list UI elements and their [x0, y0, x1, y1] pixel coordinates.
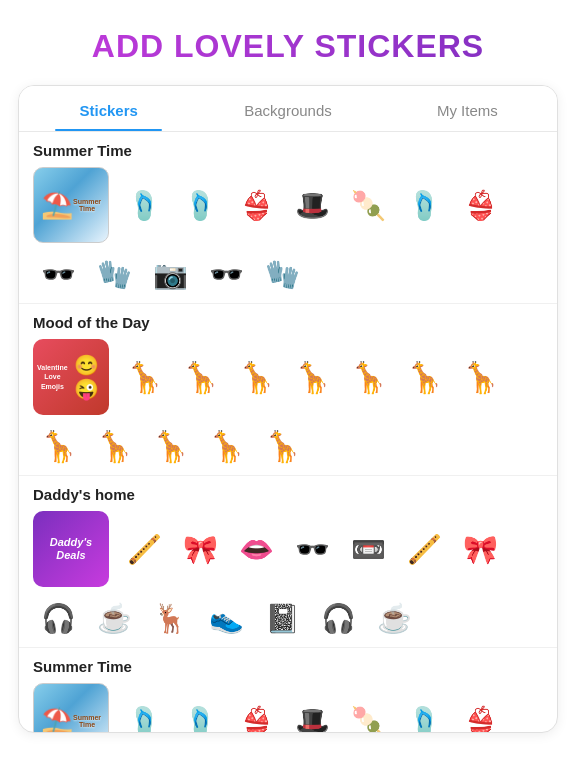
- sticker-item[interactable]: 👙: [455, 180, 505, 230]
- sticker-item[interactable]: 📓: [257, 593, 307, 643]
- sticker-item[interactable]: 🦒: [343, 352, 393, 402]
- sticker-item[interactable]: 👙: [231, 180, 281, 230]
- section-summer2: Summer Time ⛱️ SummerTime 🩴 🩴 👙 🎩 🍡 🩴 👙 …: [19, 648, 557, 732]
- sticker-item[interactable]: 🦌: [145, 593, 195, 643]
- sticker-item[interactable]: 🪈: [399, 524, 449, 574]
- sticker-content: Summer Time ⛱️ SummerTime 🩴 🩴 👙 🎩 🍡 🩴 👙 …: [19, 132, 557, 732]
- sticker-item[interactable]: 🎀: [175, 524, 225, 574]
- pack-thumb-summer1[interactable]: ⛱️ SummerTime: [33, 167, 109, 243]
- section-mood: Mood of the Day ValentineLove Emojis 😊😜 …: [19, 304, 557, 476]
- sticker-item[interactable]: 🍡: [343, 696, 393, 732]
- header: ADD LOVELY STICKERS: [0, 0, 576, 85]
- tab-myitems[interactable]: My Items: [378, 86, 557, 131]
- sticker-item[interactable]: 🦒: [119, 352, 169, 402]
- sticker-item[interactable]: 🧤: [89, 249, 139, 299]
- sticker-item[interactable]: 👄: [231, 524, 281, 574]
- sticker-item[interactable]: 🪈: [119, 524, 169, 574]
- sticker-row-mood: ValentineLove Emojis 😊😜 🦒 🦒 🦒 🦒 🦒 🦒 🦒 🦒 …: [33, 339, 543, 471]
- sticker-row-summer1: ⛱️ SummerTime 🩴 🩴 👙 🎩 🍡 🩴 👙 🕶️ 🧤 📷 🕶️ 🧤: [33, 167, 543, 299]
- sticker-item[interactable]: 🦒: [33, 421, 83, 471]
- pack-thumb-daddy[interactable]: Daddy'sDeals: [33, 511, 109, 587]
- sticker-item[interactable]: 🎧: [33, 593, 83, 643]
- sticker-item[interactable]: 🩴: [175, 696, 225, 732]
- section-title-summer1: Summer Time: [33, 142, 543, 159]
- section-daddy: Daddy's home Daddy'sDeals 🪈 🎀 👄 🕶️ 📼 🪈 🎀…: [19, 476, 557, 648]
- page-title: ADD LOVELY STICKERS: [0, 28, 576, 65]
- sticker-item[interactable]: 🦒: [399, 352, 449, 402]
- sticker-item[interactable]: 🦒: [287, 352, 337, 402]
- sticker-item[interactable]: 🍡: [343, 180, 393, 230]
- sticker-item[interactable]: 🩴: [175, 180, 225, 230]
- sticker-item[interactable]: 🩴: [399, 180, 449, 230]
- sticker-item[interactable]: 🕶️: [201, 249, 251, 299]
- sticker-item[interactable]: 🦒: [201, 421, 251, 471]
- sticker-item[interactable]: ☕: [89, 593, 139, 643]
- section-title-mood: Mood of the Day: [33, 314, 543, 331]
- sticker-item[interactable]: 🦒: [257, 421, 307, 471]
- sticker-row-summer2: ⛱️ SummerTime 🩴 🩴 👙 🎩 🍡 🩴 👙 🕶️ 🧤 🎩 🩴: [33, 683, 543, 732]
- sticker-item[interactable]: 🎩: [287, 180, 337, 230]
- sticker-item[interactable]: 🎀: [455, 524, 505, 574]
- sticker-item[interactable]: 📼: [343, 524, 393, 574]
- sticker-item[interactable]: 🦒: [145, 421, 195, 471]
- sticker-item[interactable]: 🩴: [399, 696, 449, 732]
- pack-thumb-summer2[interactable]: ⛱️ SummerTime: [33, 683, 109, 732]
- sticker-item[interactable]: 🦒: [231, 352, 281, 402]
- section-summer1: Summer Time ⛱️ SummerTime 🩴 🩴 👙 🎩 🍡 🩴 👙 …: [19, 132, 557, 304]
- sticker-item[interactable]: 🧤: [257, 249, 307, 299]
- sticker-item[interactable]: 👙: [231, 696, 281, 732]
- sticker-item[interactable]: 🩴: [119, 696, 169, 732]
- pack-thumb-mood[interactable]: ValentineLove Emojis 😊😜: [33, 339, 109, 415]
- sticker-item[interactable]: 👙: [455, 696, 505, 732]
- sticker-item[interactable]: 🦒: [89, 421, 139, 471]
- sticker-row-daddy: Daddy'sDeals 🪈 🎀 👄 🕶️ 📼 🪈 🎀 🎧 ☕ 🦌 👟 📓 🎧 …: [33, 511, 543, 643]
- section-title-summer2: Summer Time: [33, 658, 543, 675]
- sticker-item[interactable]: 🕶️: [287, 524, 337, 574]
- section-title-daddy: Daddy's home: [33, 486, 543, 503]
- tab-bar: Stickers Backgrounds My Items: [19, 86, 557, 132]
- sticker-item[interactable]: 🎩: [287, 696, 337, 732]
- sticker-item[interactable]: 📷: [145, 249, 195, 299]
- tab-stickers[interactable]: Stickers: [19, 86, 198, 131]
- sticker-item[interactable]: ☕: [369, 593, 419, 643]
- sticker-item[interactable]: 🕶️: [33, 249, 83, 299]
- sticker-item[interactable]: 👟: [201, 593, 251, 643]
- tab-backgrounds[interactable]: Backgrounds: [198, 86, 377, 131]
- sticker-item[interactable]: 🎧: [313, 593, 363, 643]
- sticker-item[interactable]: 🦒: [455, 352, 505, 402]
- sticker-item[interactable]: 🩴: [119, 180, 169, 230]
- sticker-item[interactable]: 🦒: [175, 352, 225, 402]
- main-panel: Stickers Backgrounds My Items Summer Tim…: [18, 85, 558, 733]
